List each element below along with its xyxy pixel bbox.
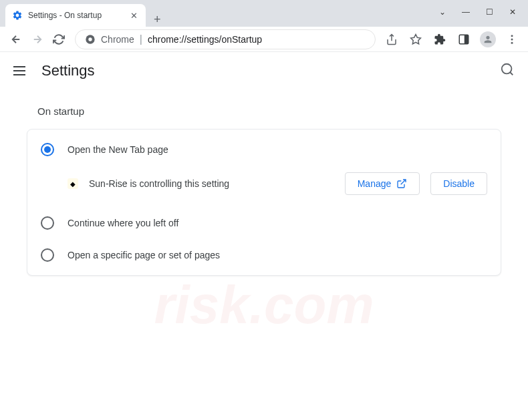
svg-marker-2 — [411, 34, 421, 43]
svg-point-7 — [511, 41, 513, 43]
radio-icon — [41, 248, 54, 262]
tab-title: Settings - On startup — [28, 11, 124, 20]
svg-point-5 — [511, 35, 513, 37]
startup-card: Open the New Tab page ◆ Sun-Rise is cont… — [27, 129, 501, 276]
radio-specific-page[interactable]: Open a specific page or set of pages — [35, 239, 493, 271]
radio-open-new-tab[interactable]: Open the New Tab page — [35, 134, 493, 166]
managed-setting-row: ◆ Sun-Rise is controlling this setting M… — [35, 166, 493, 207]
browser-toolbar: Chrome | chrome://settings/onStartup — [0, 27, 528, 52]
svg-point-6 — [511, 38, 513, 40]
page-title: Settings — [41, 62, 95, 79]
svg-point-8 — [502, 64, 512, 74]
close-icon[interactable]: ✕ — [129, 9, 139, 22]
back-button[interactable] — [7, 30, 25, 49]
radio-label: Open the New Tab page — [68, 144, 168, 155]
bookmark-star-icon[interactable] — [406, 30, 425, 49]
minimize-icon[interactable]: — — [462, 7, 470, 17]
launch-icon — [396, 178, 407, 189]
radio-continue[interactable]: Continue where you left off — [35, 207, 493, 239]
profile-avatar[interactable] — [479, 30, 497, 49]
new-tab-button[interactable]: + — [146, 13, 169, 27]
maximize-icon[interactable]: ☐ — [486, 7, 493, 17]
address-bar[interactable]: Chrome | chrome://settings/onStartup — [75, 29, 376, 49]
gear-icon — [12, 10, 23, 21]
hamburger-menu-icon[interactable] — [13, 63, 29, 79]
reload-button[interactable] — [49, 30, 68, 49]
radio-icon — [41, 143, 54, 156]
section-title: On startup — [37, 106, 501, 117]
manage-button[interactable]: Manage — [345, 172, 420, 195]
kebab-menu-icon[interactable] — [503, 30, 521, 49]
settings-header: Settings — [0, 52, 528, 89]
extension-icon: ◆ — [68, 178, 78, 189]
radio-label: Open a specific page or set of pages — [68, 250, 220, 260]
side-panel-icon[interactable] — [454, 30, 473, 49]
svg-rect-4 — [465, 35, 469, 44]
omnibox-url: chrome://settings/onStartup — [148, 34, 262, 45]
omnibox-origin: Chrome — [101, 34, 134, 45]
extensions-icon[interactable] — [430, 30, 449, 49]
window-controls: ⌄ — ☐ ✕ — [427, 0, 528, 24]
disable-button[interactable]: Disable — [430, 172, 487, 195]
radio-label: Continue where you left off — [68, 218, 178, 228]
search-icon[interactable] — [500, 62, 515, 79]
svg-point-1 — [88, 37, 92, 41]
chevron-down-icon[interactable]: ⌄ — [439, 7, 446, 17]
omnibox-separator: | — [140, 33, 142, 45]
chrome-icon — [85, 34, 96, 45]
svg-line-9 — [510, 72, 513, 75]
managed-text: Sun-Rise is controlling this setting — [89, 178, 334, 189]
browser-tab[interactable]: Settings - On startup ✕ — [5, 4, 146, 27]
close-window-icon[interactable]: ✕ — [509, 7, 516, 17]
forward-button[interactable] — [28, 30, 47, 49]
page-content: PC risk.com Settings On startup Open the… — [0, 52, 528, 420]
share-icon[interactable] — [382, 30, 401, 49]
radio-icon — [41, 216, 54, 230]
